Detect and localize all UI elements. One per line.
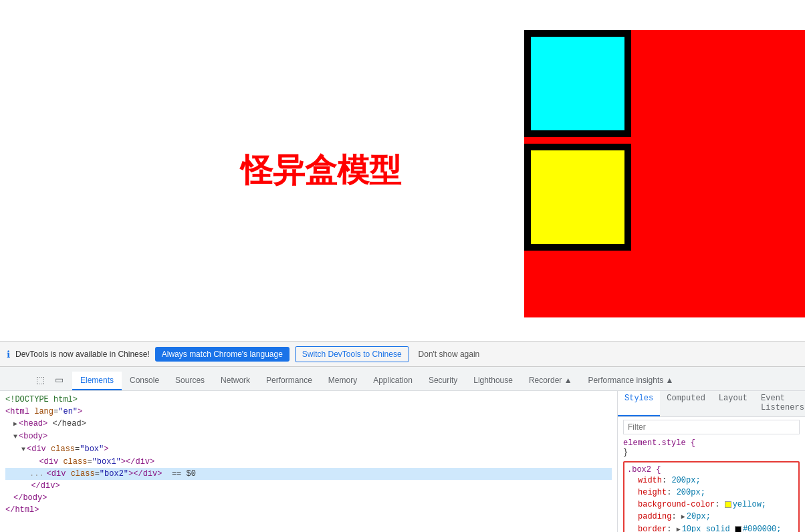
notification-text: DevTools is now available in Chinese! bbox=[15, 350, 150, 359]
black-swatch bbox=[735, 526, 741, 532]
tab-memory[interactable]: Memory bbox=[320, 372, 365, 390]
tab-network[interactable]: Network bbox=[213, 372, 258, 390]
css-property-background-color: background-color: yellow; bbox=[627, 499, 796, 511]
info-icon: ℹ bbox=[7, 349, 10, 360]
styles-tab-styles[interactable]: Styles bbox=[618, 391, 660, 416]
css-close-brace: } bbox=[623, 448, 800, 457]
tab-elements[interactable]: Elements bbox=[72, 372, 122, 390]
html-line: <html lang="en"> bbox=[5, 406, 612, 418]
html-line: </div> bbox=[5, 480, 612, 492]
yellow-swatch bbox=[725, 501, 731, 508]
box1 bbox=[524, 30, 631, 137]
html-line-selected[interactable]: ...<div class="box2"></div> == $0 bbox=[5, 468, 612, 480]
css-rule-box2: .box2 { width: 200px; height: 200px; bac… bbox=[623, 461, 800, 532]
styles-tabs: Styles Computed Layout Event Listeners D… bbox=[618, 391, 805, 417]
tab-console[interactable]: Console bbox=[122, 372, 167, 390]
css-rule-element-style: element.style { } bbox=[623, 438, 800, 457]
css-selector: element.style { bbox=[623, 438, 800, 448]
html-line: <!DOCTYPE html> bbox=[5, 394, 612, 406]
html-line: <div class="box1"></div> bbox=[5, 456, 612, 468]
tab-performance[interactable]: Performance bbox=[258, 372, 320, 390]
html-line: ▼<body> bbox=[5, 430, 612, 443]
html-panel[interactable]: <!DOCTYPE html> <html lang="en"> ▶<head>… bbox=[0, 391, 618, 532]
devtools-tabs: ⬚ ▭ Elements Console Sources Network Per… bbox=[0, 367, 805, 391]
tab-recorder[interactable]: Recorder ▲ bbox=[521, 372, 580, 390]
devtools-notification: ℹ DevTools is now available in Chinese! … bbox=[0, 341, 805, 366]
css-property-width: width: 200px; bbox=[627, 475, 796, 487]
devtools-panel: ⬚ ▭ Elements Console Sources Network Per… bbox=[0, 366, 805, 532]
browser-page: 怪异盒模型 bbox=[0, 0, 805, 341]
tab-icons: ⬚ ▭ bbox=[27, 369, 72, 390]
tab-application[interactable]: Application bbox=[365, 372, 421, 390]
box-demo bbox=[524, 30, 805, 317]
styles-tab-layout[interactable]: Layout bbox=[712, 391, 754, 416]
html-line: ▶<head> </head> bbox=[5, 418, 612, 430]
device-icon-button[interactable]: ▭ bbox=[51, 372, 67, 388]
styles-panel: Styles Computed Layout Event Listeners D… bbox=[618, 391, 805, 532]
html-line: </body> bbox=[5, 492, 612, 504]
switch-devtools-chinese-button[interactable]: Switch DevTools to Chinese bbox=[295, 346, 409, 362]
box2 bbox=[524, 144, 631, 251]
always-match-language-button[interactable]: Always match Chrome's language bbox=[155, 347, 290, 362]
styles-filter-input[interactable] bbox=[623, 420, 800, 434]
css-property-border: border: ▶10px solid #000000; bbox=[627, 523, 796, 532]
inspect-icon-button[interactable]: ⬚ bbox=[32, 372, 48, 388]
tab-performance-insights[interactable]: Performance insights ▲ bbox=[580, 372, 682, 390]
css-property-padding: padding: ▶20px; bbox=[627, 511, 796, 523]
tab-security[interactable]: Security bbox=[421, 372, 465, 390]
devtools-content: <!DOCTYPE html> <html lang="en"> ▶<head>… bbox=[0, 391, 805, 532]
html-line: ▼<div class="box"> bbox=[5, 443, 612, 456]
tab-lighthouse[interactable]: Lighthouse bbox=[465, 372, 521, 390]
html-line: </html> bbox=[5, 504, 612, 516]
css-property-height: height: 200px; bbox=[627, 487, 796, 499]
styles-tab-computed[interactable]: Computed bbox=[660, 391, 712, 416]
page-title: 怪异盒模型 bbox=[241, 149, 401, 192]
tab-sources[interactable]: Sources bbox=[167, 372, 213, 390]
styles-content: element.style { } .box2 { width: 200px; bbox=[618, 417, 805, 532]
css-selector-box2: .box2 { bbox=[627, 465, 796, 475]
styles-tab-event-listeners[interactable]: Event Listeners bbox=[754, 391, 805, 416]
dont-show-again-button[interactable]: Don't show again bbox=[415, 347, 484, 362]
